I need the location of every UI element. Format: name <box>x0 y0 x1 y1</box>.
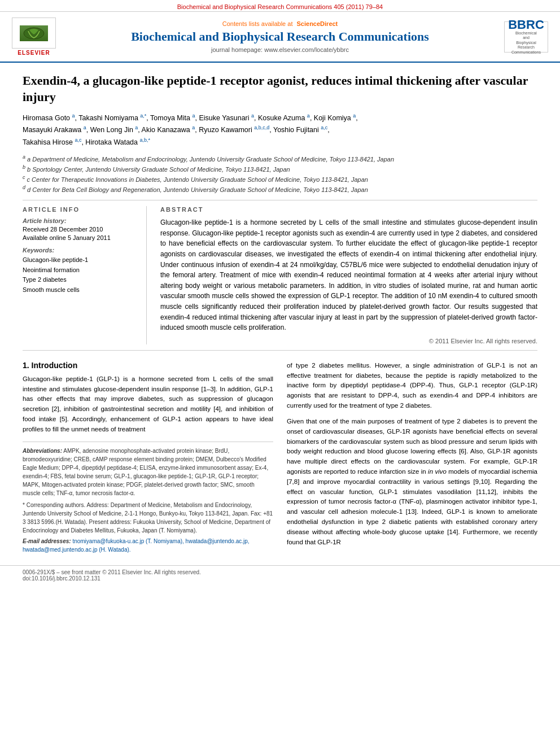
keyword-2: Neointimal formation <box>23 265 137 276</box>
sd-link: Contents lists available at ScienceDirec… <box>62 20 498 27</box>
affiliation-c: c c Center for Therapeutic Innovations i… <box>23 174 537 184</box>
intro-right-text: of type 2 diabetes mellitus. However, a … <box>287 361 537 411</box>
section-divider <box>23 200 537 200</box>
abstract-col: ABSTRACT Glucagon-like peptide-1 is a ho… <box>160 206 537 344</box>
journal-ref-text: Biochemical and Biophysical Research Com… <box>177 3 383 10</box>
history-label: Article history: <box>23 217 137 224</box>
abstract-header: ABSTRACT <box>160 206 537 213</box>
authors-line: Hiromasa Goto a, Takashi Nomiyama a,*, T… <box>23 112 537 147</box>
corresponding-label: * Corresponding authors. <box>23 502 85 508</box>
affiliation-a: a a Department of Medicine, Metabolism a… <box>23 154 537 164</box>
introduction-section: 1. Introduction Glucagon-like peptide-1 … <box>23 361 537 554</box>
abstract-text: Glucagon-like peptide-1 is a hormone sec… <box>160 217 537 333</box>
copyright-notice: © 2011 Elsevier Inc. All rights reserved… <box>160 338 537 344</box>
info-abstract-section: ARTICLE INFO Article history: Received 2… <box>23 206 537 344</box>
received-date: Received 28 December 2010 <box>23 226 137 233</box>
article-info-header: ARTICLE INFO <box>23 206 137 213</box>
journal-homepage: journal homepage: www.elsevier.com/locat… <box>62 46 498 53</box>
content-area: Exendin-4, a glucagon-like peptide-1 rec… <box>0 63 560 560</box>
journal-main-title: Biochemical and Biophysical Research Com… <box>62 29 498 44</box>
keywords-label: Keywords: <box>23 247 137 254</box>
intro-section-title: 1. Introduction <box>23 361 273 370</box>
sd-text: Contents lists available at <box>222 20 293 27</box>
abbreviations: Abbreviations: AMPK, adenosine monophosp… <box>23 447 273 497</box>
article-title: Exendin-4, a glucagon-like peptide-1 rec… <box>23 73 537 105</box>
keyword-3: Type 2 diabetes <box>23 275 137 285</box>
footnotes: Abbreviations: AMPK, adenosine monophosp… <box>23 442 273 554</box>
email-note: E-mail addresses: tnomiyama@fukuoka-u.ac… <box>23 537 273 554</box>
issn-line: 0006-291X/$ – see front matter © 2011 El… <box>23 569 537 575</box>
keyword-4: Smooth muscle cells <box>23 285 137 295</box>
sd-brand: ScienceDirect <box>297 20 338 27</box>
bbrc-logo: BBRC BiochemicalandBiophysicalResearchCo… <box>504 21 549 53</box>
body-divider <box>23 350 537 351</box>
body-two-col: 1. Introduction Glucagon-like peptide-1 … <box>23 361 537 554</box>
journal-reference: Biochemical and Biophysical Research Com… <box>0 0 560 12</box>
intro-left-text: Glucagon-like peptide-1 (GLP-1) is a hor… <box>23 374 273 435</box>
available-date: Available online 5 January 2011 <box>23 234 137 241</box>
body-left-col: 1. Introduction Glucagon-like peptide-1 … <box>23 361 273 554</box>
bottom-bar: 0006-291X/$ – see front matter © 2011 El… <box>0 565 560 585</box>
corresponding-author-note: * Corresponding authors. Address: Depart… <box>23 501 273 535</box>
elsevier-logo: ELSEVIER <box>11 18 56 56</box>
abbrev-text: AMPK, adenosine monophosphate-activated … <box>23 448 268 496</box>
intro-right-text-2: Given that one of the main purposes of t… <box>287 417 537 548</box>
article-info-col: ARTICLE INFO Article history: Received 2… <box>23 206 147 344</box>
journal-header: ELSEVIER Contents lists available at Sci… <box>0 12 560 63</box>
keyword-1: Glucagon-like peptide-1 <box>23 255 137 265</box>
body-right-col: of type 2 diabetes mellitus. However, a … <box>287 361 537 554</box>
affiliation-b: b b Sportology Center, Juntendo Universi… <box>23 164 537 174</box>
journal-title-block: Contents lists available at ScienceDirec… <box>62 20 498 53</box>
affiliations: a a Department of Medicine, Metabolism a… <box>23 154 537 195</box>
doi-line: doi:10.1016/j.bbrc.2010.12.131 <box>23 575 537 582</box>
abbrev-label: Abbreviations: <box>23 448 62 454</box>
keywords-list: Glucagon-like peptide-1 Neointimal forma… <box>23 255 137 295</box>
affiliation-d: d d Center for Beta Cell Biology and Reg… <box>23 184 537 194</box>
email-label: E-mail addresses: <box>23 538 71 544</box>
